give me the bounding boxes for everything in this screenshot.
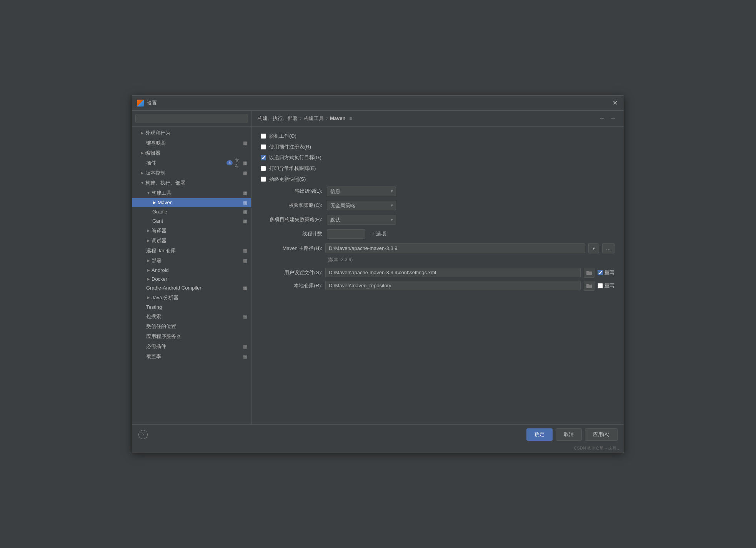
local-repo-override-checkbox[interactable] [598, 283, 603, 288]
main-content: ▶ 外观和行为 键盘映射 ▦ ▶ 编辑器 插件 4 文A ▦ [132, 111, 624, 424]
chevron-icon: ▶ [140, 171, 145, 175]
thread-count-input[interactable] [327, 229, 365, 239]
sidebar-item-java-profiler[interactable]: ▶ Java 分析器 [132, 293, 251, 303]
grid-icon: ▦ [242, 258, 248, 264]
sidebar-item-trusted-locations[interactable]: 受信任的位置 [132, 321, 251, 331]
sidebar-item-gradle[interactable]: Gradle ▦ [132, 207, 251, 217]
maven-home-browse-button[interactable]: … [602, 243, 614, 253]
maven-home-dropdown-button[interactable]: ▾ [588, 243, 599, 253]
sidebar-item-build[interactable]: ▼ 构建、执行、部署 [132, 178, 251, 188]
output-level-label: 输出级别(L): [261, 188, 322, 195]
user-settings-override-checkbox[interactable] [598, 270, 603, 275]
always-update-checkbox[interactable] [261, 177, 266, 182]
sidebar-item-buildtools[interactable]: ▼ 构建工具 ▦ [132, 188, 251, 198]
confirm-button[interactable]: 确定 [526, 428, 553, 441]
plugin-registry-checkbox[interactable] [261, 144, 266, 150]
plugin-registry-label: 使用插件注册表(R) [269, 143, 311, 150]
svg-rect-1 [586, 271, 589, 272]
multi-failure-row: 多项目构建失败策略(F): 默认 立即失败 结束失败 [261, 215, 614, 225]
maven-home-input[interactable] [325, 243, 585, 253]
grid-icon: ▦ [242, 313, 248, 320]
grid-icon: ▦ [242, 343, 248, 350]
search-input[interactable] [135, 114, 248, 123]
recursive-checkbox[interactable] [261, 155, 266, 160]
maven-version-text: (版本: 3.3.9) [328, 257, 614, 263]
user-settings-browse-button[interactable] [584, 268, 594, 278]
svg-rect-0 [586, 272, 592, 275]
sidebar-item-compiler[interactable]: ▶ 编译器 [132, 226, 251, 236]
sidebar-item-plugins[interactable]: 插件 4 文A ▦ [132, 158, 251, 168]
output-level-select[interactable]: 信息 调试 警告 错误 [327, 187, 396, 196]
multi-failure-select[interactable]: 默认 立即失败 结束失败 [327, 215, 396, 225]
app-icon [137, 100, 144, 107]
maven-settings-content: 脱机工作(O) 使用插件注册表(R) 以递归方式执行目标(G) 打印异常堆栈跟踪… [251, 127, 624, 424]
sidebar-item-label: Maven [158, 200, 241, 205]
nav-back-button[interactable]: ← [598, 114, 607, 123]
sidebar-item-keymap[interactable]: 键盘映射 ▦ [132, 138, 251, 148]
sidebar-item-appearance[interactable]: ▶ 外观和行为 [132, 128, 251, 138]
checksum-policy-select[interactable]: 无全局策略 严格 宽松 [327, 201, 396, 210]
stacktrace-checkbox[interactable] [261, 166, 266, 171]
grid-icon: ▦ [242, 170, 248, 176]
sidebar-item-testing[interactable]: Testing [132, 303, 251, 311]
grid-icon: ▦ [242, 209, 248, 215]
cancel-button[interactable]: 取消 [556, 428, 582, 441]
grid-icon: ▦ [242, 200, 248, 206]
chevron-icon: ▶ [146, 268, 151, 272]
sidebar-item-label: 插件 [146, 160, 226, 167]
plugin-badge: 4 [226, 160, 233, 165]
chevron-icon: ▼ [146, 191, 151, 195]
sidebar-item-deployment[interactable]: ▶ 部署 ▦ [132, 256, 251, 266]
sidebar-item-vcs[interactable]: ▶ 版本控制 ▦ [132, 168, 251, 178]
sidebar-item-gradle-android[interactable]: Gradle-Android Compiler ▦ [132, 283, 251, 293]
breadcrumb-build: 构建、执行、部署 [258, 115, 298, 122]
local-repo-browse-button[interactable] [584, 281, 594, 291]
sidebar-item-required-plugins[interactable]: 必需插件 ▦ [132, 341, 251, 351]
content-area: 构建、执行、部署 › 构建工具 › Maven ≡ ← → 脱机工作(O) [251, 111, 624, 424]
sidebar-item-debugger[interactable]: ▶ 调试器 [132, 236, 251, 246]
chevron-icon: ▶ [146, 238, 151, 243]
sidebar-item-android[interactable]: ▶ Android [132, 266, 251, 275]
checksum-policy-row: 校验和策略(C): 无全局策略 严格 宽松 [261, 201, 614, 210]
sidebar-item-app-servers[interactable]: 应用程序服务器 [132, 331, 251, 341]
offline-row: 脱机工作(O) [261, 133, 614, 140]
thread-count-row: 线程计数 -T 选项 [261, 229, 614, 239]
sidebar-item-label: 编译器 [152, 227, 248, 234]
sidebar-item-label: 应用程序服务器 [146, 333, 248, 340]
close-button[interactable]: ✕ [611, 99, 619, 107]
sidebar-item-docker[interactable]: ▶ Docker [132, 275, 251, 283]
nav-forward-button[interactable]: → [608, 114, 618, 123]
apply-button[interactable]: 应用(A) [585, 428, 618, 441]
sidebar-item-label: 版本控制 [145, 170, 241, 177]
folder-icon [586, 283, 592, 288]
maven-home-label: Maven 主路径(H): [261, 245, 322, 252]
sidebar-item-package-search[interactable]: 包搜索 ▦ [132, 311, 251, 321]
offline-checkbox[interactable] [261, 133, 266, 139]
sidebar-item-label: Gradle-Android Compiler [146, 285, 241, 291]
lang-icon: 文A [235, 160, 241, 166]
dialog-title: 设置 [147, 100, 157, 107]
recursive-label: 以递归方式执行目标(G) [269, 154, 321, 161]
title-bar: 设置 ✕ [132, 96, 624, 111]
grid-icon: ▦ [242, 285, 248, 291]
chevron-icon: ▶ [152, 200, 157, 205]
breadcrumb-sep-2: › [326, 116, 328, 121]
user-settings-input[interactable] [325, 268, 581, 277]
local-repo-row: 本地仓库(R): 重写 [261, 281, 614, 291]
multi-failure-label: 多项目构建失败策略(F): [261, 216, 322, 223]
thread-option-label: -T 选项 [370, 230, 386, 237]
sidebar-item-editor[interactable]: ▶ 编辑器 [132, 148, 251, 158]
sidebar-item-remote-jars[interactable]: 远程 Jar 仓库 ▦ [132, 246, 251, 256]
user-settings-row: 用户设置文件(S): 重写 [261, 268, 614, 278]
offline-label: 脱机工作(O) [269, 133, 296, 140]
local-repo-input[interactable] [325, 281, 581, 290]
sidebar-item-label: Java 分析器 [152, 294, 248, 301]
grid-icon: ▦ [242, 160, 248, 166]
sidebar-item-gant[interactable]: Gant ▦ [132, 217, 251, 226]
breadcrumb-buildtools: 构建工具 [304, 115, 324, 122]
sidebar-item-maven[interactable]: ▶ Maven ▦ [132, 198, 251, 207]
sidebar-item-coverage[interactable]: 覆盖率 ▦ [132, 351, 251, 361]
maven-home-row: Maven 主路径(H): ▾ … [261, 243, 614, 253]
help-button[interactable]: ? [138, 430, 148, 439]
local-repo-label: 本地仓库(R): [261, 282, 322, 289]
